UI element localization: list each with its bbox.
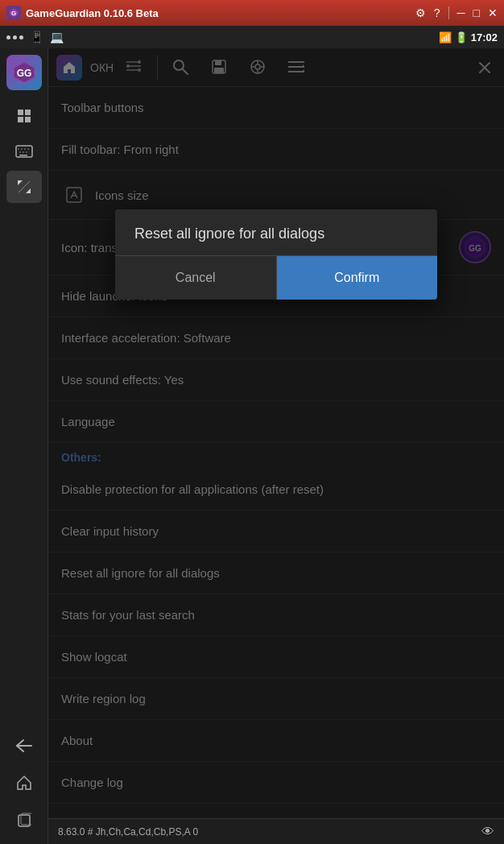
svg-rect-4 [18, 110, 23, 115]
sidebar-logo-inner: GG [6, 55, 42, 90]
app-icon: G [6, 6, 21, 20]
sidebar-item-recent[interactable] [6, 804, 42, 836]
tablet-icon: 💻 [50, 31, 64, 43]
sidebar-item-grid[interactable] [6, 100, 42, 132]
sidebar-item-home[interactable] [6, 767, 42, 799]
svg-text:GG: GG [16, 68, 31, 79]
title-bar: G GameGuardian 0.10.6 Beta ⚙ ? ─ □ ✕ [0, 0, 504, 26]
status-left: 📱 💻 [6, 31, 64, 43]
sidebar-item-keyboard[interactable] [6, 135, 42, 168]
dialog-title: Reset all ignore for all dialogs [115, 209, 437, 255]
bottom-bar-text: 8.63.0 # Jh,Ch,Ca,Cd,Cb,PS,A 0 [58, 826, 198, 838]
status-time: 17:02 [471, 31, 498, 43]
sidebar: GG [0, 48, 48, 844]
status-right: 📶 🔋 17:02 [439, 31, 498, 43]
separator [448, 6, 449, 19]
battery-icon: 🔋 [455, 31, 468, 43]
status-bar: 📱 💻 📶 🔋 17:02 [0, 26, 504, 48]
help-icon[interactable]: ? [434, 6, 440, 19]
sidebar-item-back[interactable] [6, 730, 42, 762]
svg-rect-6 [18, 117, 23, 122]
title-bar-left: G GameGuardian 0.10.6 Beta [6, 6, 159, 20]
maximize-icon[interactable]: □ [473, 6, 480, 19]
status-dots [6, 35, 23, 39]
bottom-bar: 8.63.0 # Jh,Ch,Ca,Cd,Cb,PS,A 0 👁 [48, 818, 504, 844]
svg-line-17 [19, 181, 30, 192]
dot1 [6, 35, 10, 39]
app-title: GameGuardian 0.10.6 Beta [26, 7, 159, 19]
dialog-buttons: Cancel Confirm [115, 255, 437, 300]
cancel-button[interactable]: Cancel [115, 256, 277, 300]
dialog-overlay: Reset all ignore for all dialogs Cancel … [48, 48, 504, 818]
eye-icon[interactable]: 👁 [481, 825, 494, 839]
sidebar-logo: GG [6, 55, 42, 90]
title-bar-controls: ⚙ ? ─ □ ✕ [415, 6, 498, 19]
close-icon[interactable]: ✕ [488, 6, 498, 19]
sidebar-bottom [6, 730, 42, 844]
svg-rect-16 [19, 155, 27, 156]
dot3 [19, 35, 23, 39]
svg-rect-5 [25, 110, 31, 115]
wifi-icon: 📶 [439, 31, 452, 43]
sidebar-item-resize[interactable] [6, 171, 42, 203]
confirm-dialog: Reset all ignore for all dialogs Cancel … [115, 209, 437, 300]
svg-rect-7 [25, 117, 31, 122]
svg-text:G: G [11, 10, 16, 17]
dot2 [13, 35, 17, 39]
confirm-button[interactable]: Confirm [277, 256, 438, 300]
phone-icon: 📱 [30, 31, 43, 43]
settings-icon[interactable]: ⚙ [415, 6, 426, 19]
minimize-icon[interactable]: ─ [457, 6, 465, 19]
